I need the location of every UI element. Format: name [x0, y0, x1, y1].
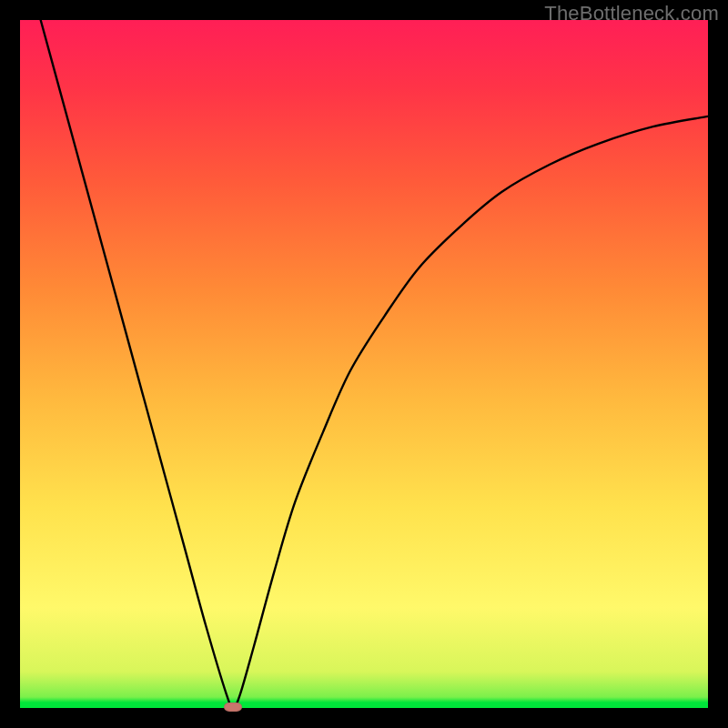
- bottleneck-curve: [20, 20, 708, 708]
- optimal-point-marker: [224, 703, 242, 712]
- chart-frame: TheBottleneck.com: [0, 0, 728, 728]
- plot-area: [20, 20, 708, 708]
